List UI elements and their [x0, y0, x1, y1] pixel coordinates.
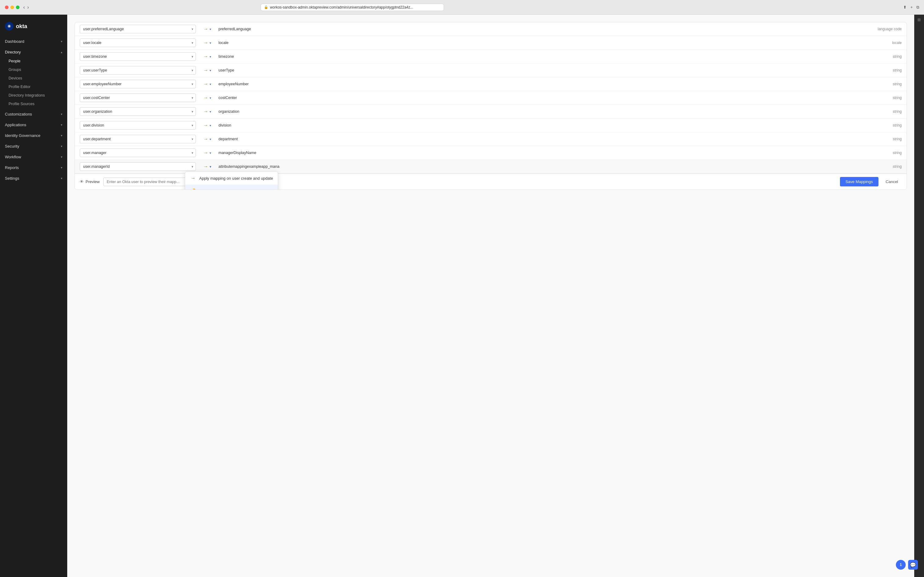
close-button[interactable]	[5, 5, 8, 9]
source-attr-dropdown-6[interactable]: user.organization	[80, 107, 196, 116]
arrow-section-9: → ▾	[200, 150, 215, 156]
arrow-dropdown-2[interactable]: ▾	[209, 55, 211, 58]
sidebar-item-profile-sources[interactable]: Profile Sources	[0, 100, 67, 108]
arrow-section-5: → ▾	[200, 95, 215, 100]
source-attr-dropdown-8[interactable]: user.department	[80, 135, 196, 143]
source-attr-dropdown-4[interactable]: user.employeeNumber	[80, 80, 196, 88]
source-attr-dropdown-9[interactable]: user.manager	[80, 148, 196, 157]
sidebar-item-identity-governance[interactable]: Identity Governance ▾	[0, 131, 67, 140]
sidebar-item-settings[interactable]: Settings ▾	[0, 174, 67, 183]
mapping-row: user.manager → ▾ managerDisplayName stri…	[75, 146, 906, 160]
arrow-dropdown-1[interactable]: ▾	[209, 41, 211, 45]
mapping-container: user.preferredLanguage → ▾ preferredLang…	[74, 22, 907, 190]
mapping-row: user.employeeNumber → ▾ employeeNumber s…	[75, 77, 906, 91]
sidebar-item-profile-editor[interactable]: Profile Editor	[0, 82, 67, 91]
arrow-dropdown-5[interactable]: ▾	[209, 96, 211, 100]
green-arrow-icon: →	[190, 176, 196, 181]
source-attr-dropdown-5[interactable]: user.costCenter	[80, 93, 196, 102]
source-attr-dropdown-3[interactable]: user.userType	[80, 66, 196, 74]
target-attr-3: userType	[219, 68, 868, 73]
sidebar-section-security: Security ▾	[0, 142, 67, 151]
target-type-1: locale	[871, 41, 902, 45]
sidebar-item-reports[interactable]: Reports ▾	[0, 163, 67, 172]
source-attr-select-0[interactable]: user.preferredLanguage	[80, 25, 196, 33]
maximize-button[interactable]	[16, 5, 19, 9]
target-attr-2: timezone	[219, 55, 868, 59]
sidebar-section-dashboard: Dashboard ▾	[0, 37, 67, 46]
share-icon[interactable]: ⬆	[903, 5, 906, 10]
chat-icon[interactable]: 💬	[908, 560, 918, 570]
sidebar-item-customizations[interactable]: Customizations ▾	[0, 110, 67, 119]
target-attr-5: costCenter	[219, 96, 868, 100]
mapping-row: user.department → ▾ department string	[75, 132, 906, 146]
sidebar-item-security[interactable]: Security ▾	[0, 142, 67, 151]
cancel-button[interactable]: Cancel	[882, 177, 902, 187]
mapping-row: user.costCenter → ▾ costCenter string	[75, 91, 906, 105]
source-attr-select-10[interactable]: user.managerId	[80, 162, 196, 171]
sidebar-item-people[interactable]: People	[0, 57, 67, 65]
arrow-dropdown-7[interactable]: ▾	[209, 124, 211, 127]
dropdown-item-create-and-update[interactable]: → Apply mapping on user create and updat…	[185, 172, 278, 185]
sidebar-item-workflow[interactable]: Workflow ▾	[0, 152, 67, 162]
target-type-6: string	[871, 110, 902, 114]
sidebar-section-customizations: Customizations ▾	[0, 110, 67, 119]
chevron-down-icon: ▾	[61, 134, 62, 137]
target-type-3: string	[871, 68, 902, 73]
tabs-icon[interactable]: ⧉	[916, 5, 919, 10]
sidebar-item-dashboard[interactable]: Dashboard ▾	[0, 37, 67, 46]
arrow-dropdown-4[interactable]: ▾	[209, 82, 211, 86]
forward-button[interactable]: ›	[27, 5, 29, 10]
create-update-icon: →	[191, 176, 196, 181]
arrow-icon-2: →	[203, 54, 208, 59]
chevron-down-icon: ▾	[61, 145, 62, 148]
source-attr-dropdown-1[interactable]: user.locale	[80, 39, 196, 47]
sidebar-item-directory[interactable]: Directory ▴	[0, 47, 67, 57]
source-attr-select-3[interactable]: user.userType	[80, 66, 196, 74]
dropdown-item-create-only[interactable]: 🔑 Apply mapping on user create only	[185, 185, 278, 190]
sidebar-item-applications[interactable]: Applications ▾	[0, 120, 67, 130]
source-attr-dropdown-0[interactable]: user.preferredLanguage	[80, 25, 196, 33]
target-type-7: string	[871, 123, 902, 127]
save-mappings-button[interactable]: Save Mappings	[840, 177, 879, 187]
source-attr-select-1[interactable]: user.locale	[80, 39, 196, 47]
target-attr-4: employeeNumber	[219, 82, 868, 86]
source-attr-dropdown-10[interactable]: user.managerId	[80, 162, 196, 171]
sidebar-item-devices[interactable]: Devices	[0, 74, 67, 82]
eye-icon: 👁	[80, 179, 84, 184]
gold-key-icon: 🔑	[190, 188, 196, 190]
notification-badge[interactable]: 1	[896, 560, 906, 570]
target-attr-1: locale	[219, 41, 868, 45]
source-attr-dropdown-7[interactable]: user.division	[80, 121, 196, 130]
new-tab-icon[interactable]: +	[910, 5, 913, 10]
source-attr-select-8[interactable]: user.department	[80, 135, 196, 143]
target-attr-6: organization	[219, 110, 868, 114]
source-attr-select-7[interactable]: user.division	[80, 121, 196, 130]
source-attr-select-6[interactable]: user.organization	[80, 107, 196, 116]
back-button[interactable]: ‹	[23, 5, 25, 10]
source-attr-select-4[interactable]: user.employeeNumber	[80, 80, 196, 88]
sidebar-item-groups[interactable]: Groups	[0, 65, 67, 74]
target-type-10: string	[871, 164, 902, 169]
arrow-dropdown-6[interactable]: ▾	[209, 110, 211, 113]
preview-section: 👁 Preview	[80, 179, 100, 184]
arrow-dropdown-10[interactable]: ▾	[209, 165, 211, 168]
arrow-dropdown-0[interactable]: ▾	[209, 27, 211, 31]
arrow-section-10: → ▾	[200, 164, 215, 169]
sidebar-section-workflow: Workflow ▾	[0, 152, 67, 162]
source-attr-select-5[interactable]: user.costCenter	[80, 93, 196, 102]
arrow-icon-4: →	[203, 81, 208, 87]
arrow-icon-5: →	[203, 95, 208, 100]
dropdown-label-create-only: Apply mapping on user create only	[199, 189, 260, 190]
url-bar[interactable]: 🔒 workos-sandbox-admin.oktapreview.com/a…	[261, 4, 444, 11]
minimize-button[interactable]	[10, 5, 14, 9]
chevron-up-icon: ▴	[61, 50, 62, 54]
source-attr-dropdown-2[interactable]: user.timezone	[80, 52, 196, 61]
arrow-dropdown-9[interactable]: ▾	[209, 151, 211, 155]
source-attr-select-9[interactable]: user.manager	[80, 148, 196, 157]
arrow-dropdown-3[interactable]: ▾	[209, 69, 211, 72]
logo-text: okta	[16, 23, 27, 30]
arrow-dropdown-8[interactable]: ▾	[209, 137, 211, 141]
source-attr-select-2[interactable]: user.timezone	[80, 52, 196, 61]
mapping-row: user.preferredLanguage → ▾ preferredLang…	[75, 22, 906, 36]
sidebar-item-directory-integrations[interactable]: Directory Integrations	[0, 91, 67, 100]
